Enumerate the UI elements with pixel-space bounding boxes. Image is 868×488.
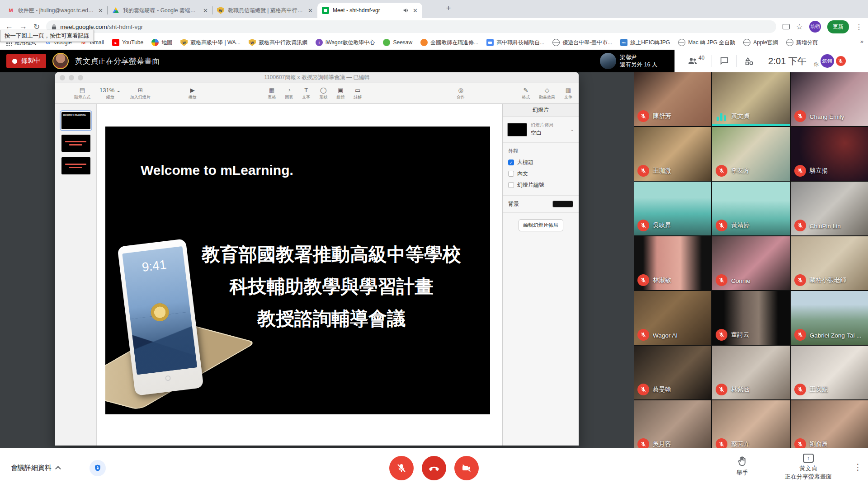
participant-tile[interactable]: 駱立揚 [791, 127, 868, 181]
bookmark-item[interactable]: Apple官網 [743, 39, 778, 47]
browser-tab[interactable]: 教職員信箱總覽 | 葳格高中行政... ✕ [212, 3, 317, 18]
slide-thumbnail[interactable] [61, 135, 90, 152]
participant-tile[interactable]: 黃靖婷 [712, 182, 789, 235]
raise-hand-button[interactable]: 舉手 [728, 455, 757, 477]
background-color-swatch[interactable] [552, 201, 573, 207]
zoom-window-icon[interactable] [78, 75, 83, 80]
keynote-window-title: 1100607簡報 x 教授諮詢輔導會議 — 已編輯 [264, 74, 369, 81]
participant-tile[interactable]: 吳月容 [634, 400, 711, 448]
close-window-icon[interactable] [60, 75, 65, 80]
slide-thumbnail-panel: Welcome to mLearning. [55, 104, 97, 446]
toolbar-button[interactable]: T文字 [302, 87, 310, 100]
participant-tile[interactable]: Chang Emily [791, 72, 868, 126]
bookmark-item[interactable]: YouTube [112, 39, 143, 46]
browser-profile-avatar[interactable]: 筑翎 [809, 21, 821, 33]
card-icon[interactable] [783, 24, 790, 29]
slide-layout-dropdown[interactable]: 幻燈片佈局 空白 ⌄ [503, 117, 579, 143]
participant-tile[interactable]: ChiuPin Lin [791, 182, 868, 235]
mic-off-icon [396, 463, 407, 474]
bookmark-item[interactable]: 高中職科技輔助自... [486, 39, 544, 47]
bookmark-item[interactable]: 地圖 [151, 39, 172, 47]
featured-participant[interactable]: 梁馨尹 還有另外 16 人 [598, 50, 675, 72]
tab-close-icon[interactable]: ✕ [413, 7, 418, 14]
mic-off-icon [718, 277, 725, 283]
participant-tile[interactable]: 蔡旻翰 [634, 346, 711, 399]
toolbar-button[interactable]: ✎格式 [522, 87, 530, 100]
host-controls-button[interactable] [90, 460, 106, 476]
chrome-update-button[interactable]: 更新 [827, 20, 849, 33]
bookmark-item[interactable]: 新增分頁 [786, 39, 818, 47]
minimize-window-icon[interactable] [69, 75, 74, 80]
more-options-icon[interactable]: ⋮ [854, 462, 862, 472]
bookmark-label: Seesaw [393, 39, 412, 46]
browser-tab[interactable]: 收件匣 - jhuling@wagor.tc.edu... ✕ [3, 3, 108, 18]
camera-toggle-button[interactable] [454, 456, 479, 480]
participant-tile[interactable]: 吳耿昇 [634, 182, 711, 235]
toolbar-button[interactable]: ⊞加入幻燈片 [130, 87, 151, 100]
tab-close-icon[interactable]: ✕ [98, 7, 103, 14]
slide-thumbnail[interactable] [61, 157, 90, 174]
toolbar-button[interactable]: ▤顯示方式 [74, 87, 90, 100]
checkbox[interactable] [508, 171, 514, 177]
tab-close-icon[interactable]: ✕ [203, 7, 208, 14]
participant-tile[interactable]: 陳舒芳 [634, 72, 711, 126]
inspector-tab[interactable]: 幻燈片 [503, 104, 579, 117]
bookmark-item[interactable]: 線上HEIC轉JPG [620, 39, 670, 47]
participant-tile[interactable]: 林紫涵 [712, 346, 789, 399]
participant-tile[interactable]: 劉俞辰 [791, 400, 868, 448]
participants-button[interactable]: 40 [680, 56, 712, 66]
play-button[interactable]: ▶播放 [189, 87, 197, 100]
participant-tile[interactable]: Connie [712, 236, 789, 290]
bookmark-favicon [420, 39, 428, 46]
collaborate-button[interactable]: ◎合作 [457, 87, 465, 100]
recording-label: 錄製中 [21, 57, 40, 65]
toolbar-button[interactable]: ◔圖表 [285, 87, 293, 100]
bookmarks-overflow-icon[interactable]: » [860, 38, 863, 45]
participant-tile[interactable]: 李友方 [712, 127, 789, 181]
toolbar-button[interactable]: ▣媒體 [336, 87, 344, 100]
participant-tile[interactable]: 黃文貞 [712, 72, 789, 126]
participant-tile[interactable]: Wagor AI [634, 291, 711, 345]
toolbar-button[interactable]: 131% ⌄縮放 [99, 87, 121, 100]
bookmark-item[interactable]: Seesaw [383, 39, 412, 46]
browser-tab[interactable]: Meet - sht-hdmf-vgr ✕ [317, 3, 422, 18]
checkbox[interactable] [508, 160, 514, 165]
checkbox[interactable] [508, 182, 514, 188]
bookmark-star-icon[interactable]: ☆ [796, 22, 803, 32]
participant-tile[interactable]: 葳格小張老師 [791, 236, 868, 290]
bookmark-item[interactable]: 葳格高中行政資訊網 [249, 39, 307, 47]
toolbar-button[interactable]: ◯形狀 [319, 87, 327, 100]
chat-button[interactable] [712, 56, 736, 66]
presenting-control[interactable]: ↑ 黃文貞 正在分享螢幕畫面 [781, 454, 835, 480]
participant-tile[interactable]: 王珈溦 [634, 127, 711, 181]
bookmark-item[interactable]: 全國教師在職進修... [420, 39, 478, 47]
toolbar-button[interactable]: ◇動畫效果 [539, 87, 555, 100]
leave-call-button[interactable] [422, 456, 446, 480]
toolbar-button[interactable]: ▥文件 [564, 87, 572, 100]
mic-toggle-button[interactable] [389, 456, 414, 480]
browser-menu-icon[interactable]: ⋮ [855, 23, 863, 31]
new-tab-button[interactable]: + [442, 2, 455, 14]
activities-button[interactable] [737, 56, 762, 66]
appearance-checkbox-row[interactable]: 大標題 [508, 159, 573, 166]
appearance-checkbox-row[interactable]: 幻燈片編號 [508, 181, 573, 189]
participant-tile[interactable]: Gabriel Zong-Tai ... [791, 291, 868, 345]
bookmark-item[interactable]: iWagor數位教學中心 [316, 39, 375, 47]
participant-tile[interactable]: 王安妮 [791, 346, 868, 399]
appearance-checkbox-row[interactable]: 內文 [508, 170, 573, 178]
tab-close-icon[interactable]: ✕ [308, 7, 313, 14]
edit-slide-layout-button[interactable]: 編輯幻燈片佈局 [519, 219, 563, 231]
toolbar-button[interactable]: ▦表格 [268, 87, 276, 100]
participant-tile[interactable]: 蔡芃卉 [712, 400, 789, 448]
participant-tile[interactable]: 林淑敏 [634, 236, 711, 290]
participant-tile[interactable]: 董詩云 [712, 291, 789, 345]
meeting-details-button[interactable]: 會議詳細資料 [11, 464, 61, 472]
browser-tab[interactable]: 我的雲端硬碟 - Google 雲端硬... ✕ [108, 3, 212, 18]
toolbar-button[interactable]: ▭註解 [354, 87, 362, 100]
self-avatar[interactable]: 筑翎 [821, 54, 834, 68]
bookmark-item[interactable]: 優遊台中學-臺中市... [552, 39, 612, 47]
slide-thumbnail[interactable]: Welcome to mLearning. [61, 112, 90, 129]
bookmark-item[interactable]: 葳格高級中學 | WA... [180, 39, 241, 47]
bookmark-item[interactable]: Mac 轉 JPG 全自動 [678, 39, 735, 47]
address-bar[interactable]: meet.google.com/sht-hdmf-vgr [46, 20, 776, 33]
